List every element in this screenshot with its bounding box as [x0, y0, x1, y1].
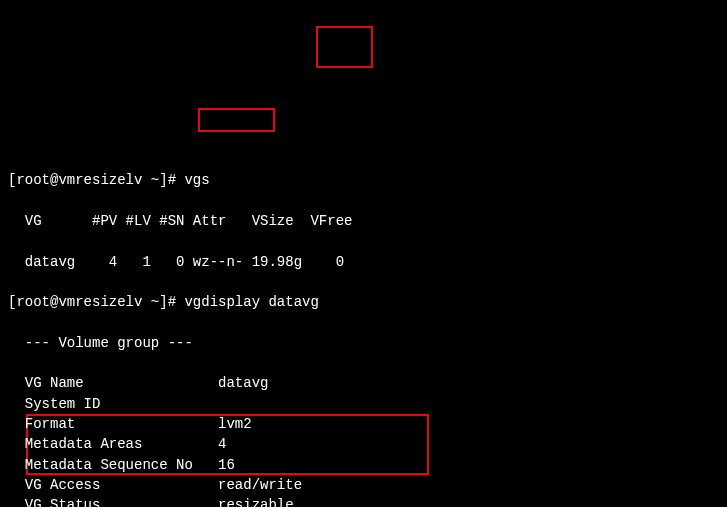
highlight-vgname-value: [198, 108, 275, 132]
command-vgdisplay: vgdisplay datavg: [184, 294, 318, 310]
row-label: Format: [8, 416, 218, 432]
prompt-line-1: [root@vmresizelv ~]# vgs: [8, 170, 727, 190]
row-label: VG Access: [8, 477, 218, 493]
vgdisplay-row: VG Name datavg: [8, 373, 727, 393]
vgdisplay-header: --- Volume group ---: [8, 333, 727, 353]
row-label: Metadata Sequence No: [8, 457, 218, 473]
vgdisplay-row: VG Access read/write: [8, 475, 727, 495]
vgdisplay-row: System ID: [8, 394, 727, 414]
vgdisplay-row: Format lvm2: [8, 414, 727, 434]
vgdisplay-row: Metadata Sequence No 16: [8, 455, 727, 475]
vgs-header: VG #PV #LV #SN Attr VSize VFree: [8, 211, 727, 231]
row-value: datavg: [218, 375, 268, 391]
prompt-line-2: [root@vmresizelv ~]# vgdisplay datavg: [8, 292, 727, 312]
row-value: resizable: [218, 497, 294, 507]
shell-prompt: [root@vmresizelv ~]#: [8, 172, 184, 188]
row-label: Metadata Areas: [8, 436, 218, 452]
row-value: read/write: [218, 477, 302, 493]
row-value: 16: [218, 457, 235, 473]
shell-prompt: [root@vmresizelv ~]#: [8, 294, 184, 310]
command-vgs: vgs: [184, 172, 209, 188]
highlight-vfree: [316, 26, 373, 68]
row-value: 4: [218, 436, 226, 452]
row-value: lvm2: [218, 416, 252, 432]
vgdisplay-row: VG Status resizable: [8, 495, 727, 507]
row-label: VG Name: [8, 375, 218, 391]
row-label: System ID: [8, 396, 218, 412]
vgs-row: datavg 4 1 0 wz--n- 19.98g 0: [8, 252, 727, 272]
row-label: VG Status: [8, 497, 218, 507]
vgdisplay-row: Metadata Areas 4: [8, 434, 727, 454]
